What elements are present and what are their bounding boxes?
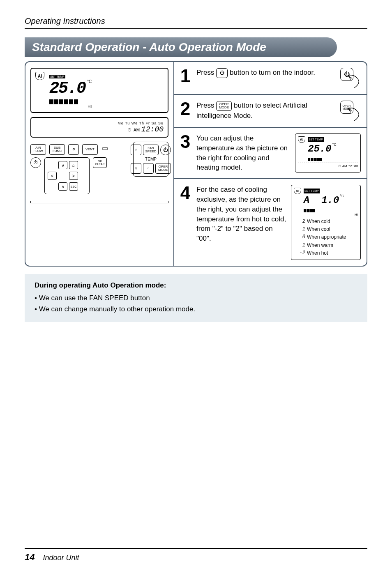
mini-display-heating: AI SET TEMP 25.0 °C ⏲ AM — [295, 133, 361, 172]
hi-label: HI — [49, 104, 92, 109]
right-button[interactable]: > — [69, 172, 78, 180]
esc-button[interactable]: ESC — [69, 182, 78, 191]
set-temp-tag: SET TEMP — [49, 75, 65, 78]
temp-legend: 2When cold 1When cool 0When appropriate … — [294, 218, 358, 257]
legend-sym: 0 — [294, 233, 305, 241]
temp-unit: °C — [87, 79, 92, 84]
temp-up-button[interactable]: △ — [131, 145, 141, 155]
step-text: Press ⏻ button to turn on the indoor. — [196, 68, 336, 88]
ir-indicator-icon: ▭ — [101, 144, 108, 155]
time-label: 12:00 — [141, 125, 164, 133]
step-3: 3 You can adjust the temperature as the … — [174, 128, 367, 179]
section-title: Standard Operation - Auto Operation Mode — [32, 41, 266, 53]
right-button-group: △ FAN SPEED ⏻ TEMP ▽ ○ OPER MODE — [133, 142, 168, 177]
page-footer: 14 Indoor Unit — [25, 548, 367, 563]
down-button[interactable]: ∨ — [58, 182, 67, 191]
ai-icon: AI — [298, 136, 305, 143]
oper-mode-icon: OPER MODE — [216, 101, 232, 111]
hi-label: HI — [304, 212, 358, 217]
lcd-display-1: AI SET TEMP 25.0 °C HI — [30, 68, 168, 113]
page-header: Operating Instructions — [25, 16, 367, 29]
ai-icon: AI — [35, 72, 44, 80]
settings-button[interactable]: ⚙ — [68, 144, 79, 155]
fan-speed-button[interactable]: FAN SPEED — [143, 145, 159, 155]
step-number: 4 — [178, 185, 192, 201]
oper-mode-button[interactable]: OPER MODE — [155, 163, 171, 174]
step-number: 3 — [178, 133, 192, 150]
page-number: 14 — [25, 552, 35, 562]
mini-unit: °C — [332, 142, 337, 147]
mini-unit: °C — [340, 193, 344, 199]
press-gesture-icon: ⏻ — [340, 68, 361, 88]
up-button[interactable]: ∧ — [58, 161, 67, 169]
legend-sym: 1 — [294, 225, 305, 233]
remote-illustration: AI SET TEMP 25.0 °C HI Mo Tu We Th Fr Sa… — [25, 62, 173, 266]
step-text: Press OPER MODE button to select Artific… — [196, 101, 336, 121]
mini-am: AM — [342, 164, 347, 168]
sub-func-button[interactable]: SUB FUNC — [49, 144, 65, 155]
temp-label: TEMP — [145, 157, 157, 161]
step-number: 1 — [178, 68, 192, 84]
power-icon: ⏻ — [216, 68, 228, 78]
power-button[interactable]: ⏻ — [160, 145, 171, 155]
legend-txt: When cold — [307, 218, 330, 225]
button-cluster: AIR FLOW SUB FUNC ⚙ VENT ▭ ⏱ ∧ ⌂ < > — [30, 142, 168, 194]
mini-temp: 25.0 — [308, 142, 332, 156]
legend-txt: When appropriate — [307, 233, 346, 241]
note-box: During operating Auto Operation mode: • … — [25, 274, 367, 322]
step-text: You can adjust the temperature as the pi… — [196, 133, 291, 172]
days-label: Mo Tu We Th Fr Sa Su — [35, 121, 164, 125]
remote-base — [30, 201, 168, 203]
arrow-pad: ∧ ⌂ < > ∨ ESC — [44, 157, 90, 194]
legend-txt: When hot — [307, 249, 328, 257]
circle-button[interactable]: ○ — [143, 163, 154, 174]
signal-bars-icon — [49, 99, 92, 104]
air-flow-button[interactable]: AIR FLOW — [30, 144, 46, 155]
footer-label: Indoor Unit — [43, 554, 79, 562]
step-text: For the case of cooling exclusive, as th… — [196, 185, 287, 260]
legend-txt: When warm — [307, 242, 333, 249]
mini-time: 12:00 — [348, 164, 358, 168]
step-2: 2 Press OPER MODE button to select Artif… — [174, 95, 367, 128]
note-bullet: • We can use the FAN SPEED button — [35, 292, 360, 304]
steps-column: 1 Press ⏻ button to turn on the indoor. … — [173, 62, 367, 266]
step-1: 1 Press ⏻ button to turn on the indoor. … — [174, 62, 367, 95]
left-button[interactable]: < — [48, 172, 57, 180]
lcd-display-2: Mo Tu We Th Fr Sa Su ⏲ AM 12:00 — [30, 117, 168, 138]
am-label: AM — [134, 128, 140, 132]
set-temp-tag: SET TEMP — [308, 137, 324, 142]
signal-bars-icon — [308, 158, 337, 161]
mini-display-cooling: AI SET TEMP A 1.0 °C HI — [291, 185, 361, 260]
temp-down-button[interactable]: ▽ — [131, 163, 141, 174]
clock-icon: ⏲ — [127, 127, 132, 132]
timer-button[interactable]: ⏱ — [30, 157, 41, 168]
lcd-temperature: 25.0 — [49, 79, 85, 98]
step-post: button to turn on the indoor. — [230, 69, 315, 76]
legend-sym: - 1 — [294, 242, 305, 249]
legend-txt: When cool — [307, 225, 330, 233]
vent-button[interactable]: VENT — [82, 144, 98, 155]
section-banner: Standard Operation - Auto Operation Mode — [25, 37, 337, 57]
step-number: 2 — [178, 101, 192, 117]
ok-clear-button[interactable]: OK CLEAR — [93, 157, 107, 168]
step-pre: Press — [196, 69, 216, 76]
mini-disp: A 1.0 — [304, 193, 339, 207]
clock-icon: ⏲ — [338, 164, 341, 168]
step-pre: Press — [196, 101, 216, 109]
step-4: 4 For the case of cooling exclusive, as … — [174, 179, 367, 266]
main-content: AI SET TEMP 25.0 °C HI Mo Tu We Th Fr Sa… — [25, 61, 367, 267]
legend-sym: 2 — [294, 218, 305, 225]
press-gesture-icon: OPER MODE — [340, 101, 361, 121]
ai-icon: AI — [294, 188, 301, 194]
note-heading: During operating Auto Operation mode: — [35, 280, 360, 291]
set-temp-tag: SET TEMP — [304, 189, 320, 193]
legend-sym: -2 — [294, 249, 305, 257]
note-bullet: • We can change manually to other operat… — [35, 304, 360, 315]
home-button[interactable]: ⌂ — [69, 161, 78, 169]
signal-bars-icon — [304, 209, 358, 212]
